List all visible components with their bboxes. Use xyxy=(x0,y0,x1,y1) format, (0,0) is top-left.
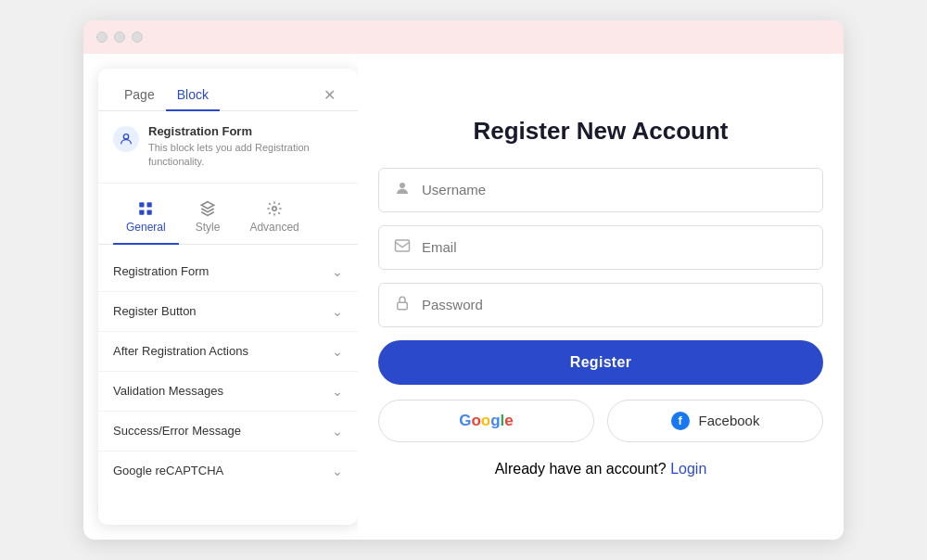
svg-rect-3 xyxy=(140,210,145,214)
tab-page[interactable]: Page xyxy=(113,80,166,111)
login-link[interactable]: Login xyxy=(670,461,706,477)
username-input[interactable] xyxy=(422,182,807,197)
password-input[interactable] xyxy=(422,297,807,312)
browser-dot-1 xyxy=(96,32,108,43)
form-title: Register New Account xyxy=(474,117,729,146)
login-prompt-text: Already have an account? xyxy=(495,461,667,477)
svg-point-5 xyxy=(273,207,277,211)
email-input[interactable] xyxy=(422,239,807,255)
tab-block[interactable]: Block xyxy=(166,80,220,111)
svg-rect-4 xyxy=(147,210,152,214)
chevron-down-icon: ⌄ xyxy=(332,424,343,439)
svg-point-0 xyxy=(123,134,128,139)
email-icon xyxy=(394,237,411,258)
panel-view-tabs: General Style Advanced xyxy=(98,184,358,245)
svg-rect-1 xyxy=(140,202,145,207)
register-button[interactable]: Register xyxy=(378,340,823,385)
block-info-text: Registration Form This block lets you ad… xyxy=(148,124,343,170)
register-form-container: Register New Account xyxy=(378,117,823,477)
panel-sections: Registration Form ⌄ Register Button ⌄ Af… xyxy=(98,245,358,525)
google-icon: Google xyxy=(459,412,514,430)
chevron-down-icon: ⌄ xyxy=(332,464,343,478)
section-register-button[interactable]: Register Button ⌄ xyxy=(98,292,358,332)
view-tab-advanced-label: Advanced xyxy=(249,221,298,234)
panel-block-info: Registration Form This block lets you ad… xyxy=(98,111,358,184)
browser-content: Page Block ✕ Registration Form This bloc… xyxy=(83,54,844,540)
login-prompt: Already have an account? Login xyxy=(495,461,707,477)
section-registration-form[interactable]: Registration Form ⌄ xyxy=(98,252,358,292)
browser-dot-3 xyxy=(132,32,143,43)
svg-point-6 xyxy=(400,183,405,188)
svg-rect-2 xyxy=(147,202,152,207)
view-tab-style-label: Style xyxy=(196,221,221,234)
email-field-wrapper xyxy=(378,225,823,270)
view-tab-advanced[interactable]: Advanced xyxy=(236,195,311,245)
sidebar-panel: Page Block ✕ Registration Form This bloc… xyxy=(98,69,358,525)
view-tab-general-label: General xyxy=(126,221,166,234)
chevron-down-icon: ⌄ xyxy=(332,264,343,279)
close-button[interactable]: ✕ xyxy=(316,83,343,108)
person-icon xyxy=(394,180,411,200)
browser-dots xyxy=(96,32,143,43)
lock-icon xyxy=(394,295,411,315)
google-button[interactable]: Google Google xyxy=(378,400,594,442)
section-google-recaptcha[interactable]: Google reCAPTCHA ⌄ xyxy=(98,452,358,490)
view-tab-general[interactable]: General xyxy=(113,195,179,245)
browser-window: Page Block ✕ Registration Form This bloc… xyxy=(83,20,844,540)
facebook-button[interactable]: f Facebook xyxy=(607,400,823,442)
chevron-down-icon: ⌄ xyxy=(332,344,343,359)
username-field-wrapper xyxy=(378,168,823,212)
block-icon xyxy=(113,126,139,152)
password-field-wrapper xyxy=(378,283,823,327)
facebook-icon: f xyxy=(671,412,690,430)
chevron-down-icon: ⌄ xyxy=(332,384,343,399)
section-after-registration-actions[interactable]: After Registration Actions ⌄ xyxy=(98,332,358,372)
svg-rect-8 xyxy=(398,302,408,310)
facebook-label: Facebook xyxy=(699,413,760,428)
block-info-desc: This block lets you add Registration fun… xyxy=(148,141,343,170)
chevron-down-icon: ⌄ xyxy=(332,304,343,319)
browser-titlebar xyxy=(83,20,844,54)
section-success-error-message[interactable]: Success/Error Message ⌄ xyxy=(98,412,358,452)
main-content: Register New Account xyxy=(358,54,844,540)
panel-tabs: Page Block ✕ xyxy=(98,69,358,111)
section-validation-messages[interactable]: Validation Messages ⌄ xyxy=(98,372,358,412)
browser-dot-2 xyxy=(114,32,125,43)
block-info-title: Registration Form xyxy=(148,124,343,138)
social-buttons: Google Google f Facebook xyxy=(378,400,823,442)
view-tab-style[interactable]: Style xyxy=(183,195,234,245)
svg-rect-7 xyxy=(396,240,410,251)
